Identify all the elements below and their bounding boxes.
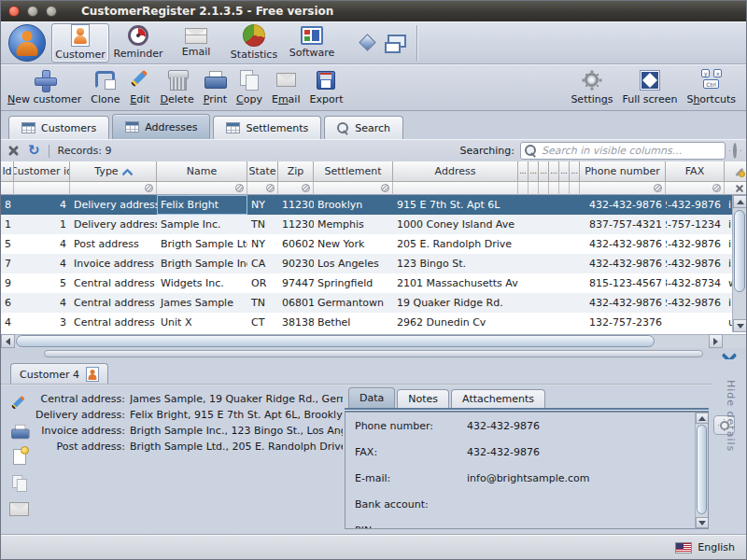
col-fax[interactable]: FAX (666, 161, 725, 182)
col-settlement[interactable]: Settlement (314, 161, 393, 182)
col-address[interactable]: Address (393, 161, 518, 182)
filter-type[interactable] (70, 182, 157, 195)
filter-collapsed[interactable] (559, 182, 570, 195)
tab-settlements[interactable]: Settlements (213, 116, 321, 139)
col-collapsed[interactable]: ... (529, 161, 539, 182)
close-button[interactable] (8, 6, 20, 17)
table-row[interactable]: 7 4 Invoice address Brigth Sample Inc. C… (1, 254, 734, 273)
col-state[interactable]: State (247, 161, 278, 182)
tab-customers[interactable]: Customers (8, 116, 109, 139)
hide-details-label[interactable]: Hide details (725, 380, 737, 452)
table-row[interactable]: 8 4 Delivery address Felix Bright NY 112… (1, 195, 734, 215)
search-input[interactable] (520, 142, 726, 160)
minimize-button[interactable] (27, 6, 38, 17)
filter-state[interactable] (247, 182, 278, 195)
vertical-scrollbar[interactable] (732, 195, 746, 332)
copy-button[interactable]: Copy (232, 66, 267, 107)
filter-collapsed[interactable] (529, 182, 539, 195)
vertical-scroll-thumb[interactable] (734, 210, 745, 292)
edit-pencil-icon[interactable] (10, 395, 27, 412)
scroll-up-button[interactable] (733, 195, 747, 208)
table-row[interactable]: 4 3 Central address Unit X CT 38138 Beth… (1, 313, 734, 332)
col-zip[interactable]: Zip (278, 161, 314, 182)
tab-addresses[interactable]: Addresses (112, 114, 210, 139)
nav-statistics-button[interactable]: Statistics (225, 23, 283, 63)
filter-fax[interactable] (666, 182, 725, 195)
edit-button[interactable]: Edit (125, 66, 156, 107)
filter-clear-corner[interactable] (732, 182, 746, 195)
col-id[interactable]: Id (1, 161, 14, 182)
cell-fax: 732-757-1234 (666, 215, 725, 234)
filter-phone[interactable] (580, 182, 666, 195)
print-icon[interactable] (11, 425, 28, 439)
table-row[interactable]: 6 4 Central address James Sample TN 0680… (1, 293, 734, 313)
table-row[interactable]: 9 5 Central address Widgets Inc. OR 9744… (1, 273, 734, 293)
table-row[interactable]: 1 1 Delivery address Sample Inc. TN 1123… (1, 215, 734, 234)
print-button[interactable]: Print (199, 66, 232, 107)
col-customer-id[interactable]: Customer id (14, 161, 70, 182)
refresh-icon[interactable]: ↻ (28, 144, 40, 158)
details-scroll-thumb[interactable] (697, 425, 707, 514)
scroll-down-button[interactable] (696, 517, 709, 528)
nav-email-button[interactable]: Email (167, 23, 225, 63)
tab-attachements[interactable]: Attachements (451, 389, 545, 408)
scroll-right-button[interactable] (709, 334, 723, 348)
shortcuts-button[interactable]: y x Ctrl Shortcuts (682, 66, 740, 107)
filter-zip[interactable] (278, 182, 314, 195)
scroll-up-button[interactable] (696, 413, 709, 424)
col-collapsed[interactable]: ... (539, 161, 549, 182)
table-row[interactable]: 5 4 Post address Brigth Sample Ltd. NY 6… (1, 234, 734, 254)
filter-collapsed[interactable] (549, 182, 559, 195)
col-collapsed[interactable]: ... (570, 161, 580, 182)
scroll-down-button[interactable] (733, 319, 747, 332)
filter-id[interactable] (1, 182, 14, 195)
pencil-icon (130, 69, 151, 91)
details-scrollbar[interactable] (695, 413, 708, 528)
maximize-button[interactable] (46, 6, 57, 17)
copy-icon[interactable] (12, 475, 27, 492)
full-screen-button[interactable]: Full screen (618, 66, 683, 107)
email-icon[interactable] (9, 502, 29, 516)
horizontal-scrollbar[interactable] (1, 334, 746, 348)
clear-filter-icon[interactable] (8, 146, 19, 156)
col-name[interactable]: Name (157, 161, 247, 182)
filter-address[interactable] (393, 182, 518, 195)
col-collapsed[interactable]: ... (559, 161, 570, 182)
col-collapsed[interactable]: ... (518, 161, 529, 182)
search-settings-gear-icon[interactable] (733, 143, 737, 159)
scroll-left-button[interactable] (1, 334, 15, 348)
new-customer-button[interactable]: New customer (3, 66, 86, 107)
filter-settlement[interactable] (314, 182, 393, 195)
filter-customer-id[interactable] (14, 182, 70, 195)
col-type[interactable]: Type (70, 161, 157, 182)
cell-settlement: Los Angeles (314, 254, 393, 273)
horizontal-scroll-thumb[interactable] (16, 335, 655, 347)
tab-data[interactable]: Data (348, 387, 395, 408)
nav-software-button[interactable]: Software (283, 23, 341, 63)
diamond-icon[interactable] (359, 34, 375, 50)
settings-button[interactable]: Settings (566, 66, 617, 107)
splitter-handle[interactable] (44, 350, 703, 357)
filter-collapsed[interactable] (518, 182, 529, 195)
nav-reminder-button[interactable]: Reminder (109, 23, 167, 63)
export-button[interactable]: Export (304, 66, 347, 107)
customer-detail-tab[interactable]: Customer 4 (10, 363, 108, 385)
delete-button[interactable]: Delete (156, 66, 199, 107)
splitter[interactable] (1, 348, 746, 359)
col-collapsed[interactable]: ... (549, 161, 559, 182)
window-layout-icon[interactable] (385, 35, 403, 50)
email-button[interactable]: Email (267, 66, 305, 107)
nav-statistics-label: Statistics (231, 49, 277, 61)
filter-collapsed[interactable] (539, 182, 549, 195)
filter-name[interactable] (157, 182, 247, 195)
filter-collapsed[interactable] (570, 182, 580, 195)
clone-button[interactable]: Clone (86, 66, 124, 107)
tab-search[interactable]: Search (324, 116, 403, 139)
language-label[interactable]: English (698, 541, 735, 553)
new-document-icon[interactable] (13, 449, 26, 465)
table-tools-corner[interactable] (732, 161, 746, 182)
table-body: 8 4 Delivery address Felix Bright NY 112… (1, 195, 734, 332)
tab-notes[interactable]: Notes (397, 389, 449, 408)
nav-customer-button[interactable]: Customer (51, 23, 109, 63)
col-phone[interactable]: Phone number (580, 161, 666, 182)
